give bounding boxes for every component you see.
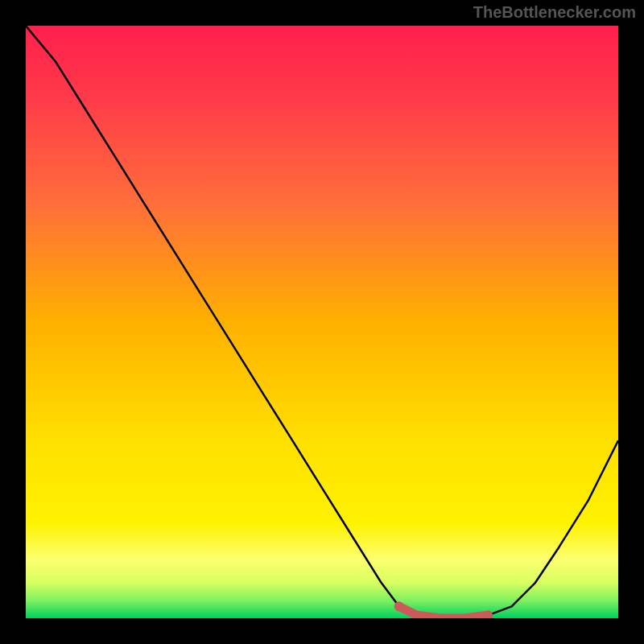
highlight-endpoint	[394, 601, 404, 611]
chart-plot-area	[26, 26, 618, 618]
watermark-text: TheBottlenecker.com	[473, 3, 636, 22]
chart-svg	[26, 26, 618, 618]
chart-background	[26, 26, 618, 618]
